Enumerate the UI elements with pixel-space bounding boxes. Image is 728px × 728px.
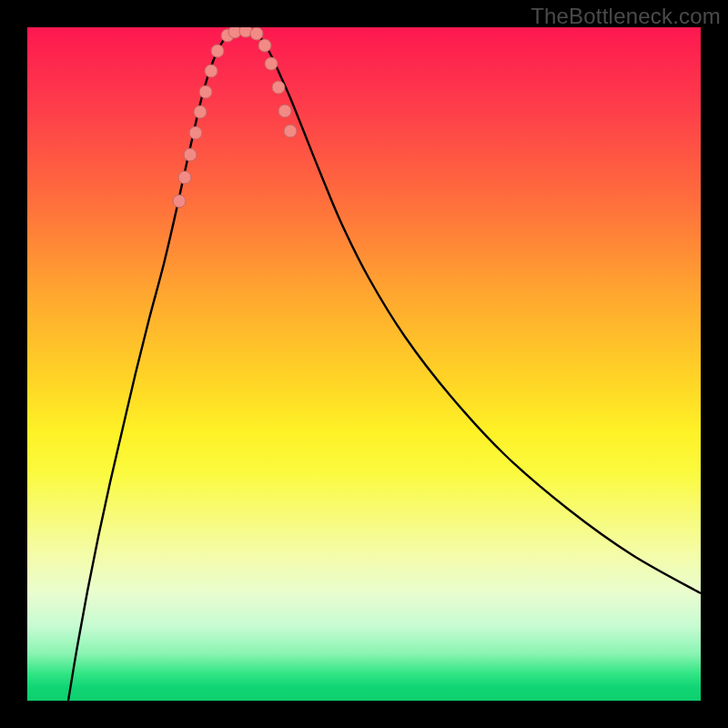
marker-dot <box>205 65 217 77</box>
marker-dot <box>189 126 202 139</box>
marker-dot <box>178 171 191 184</box>
curve-lines <box>68 29 701 701</box>
marker-dot <box>284 125 297 137</box>
plot-area <box>27 27 701 701</box>
marker-dot <box>199 86 212 98</box>
marker-dot <box>250 27 263 40</box>
marker-dot <box>258 39 271 52</box>
marker-dot <box>272 81 285 94</box>
marker-points <box>173 27 297 207</box>
marker-dot <box>278 105 291 117</box>
chart-svg <box>27 27 701 701</box>
marker-dot <box>265 57 278 70</box>
marker-dot <box>211 45 224 57</box>
marker-dot <box>173 195 186 207</box>
bottleneck-curve <box>68 29 701 701</box>
marker-dot <box>184 148 197 161</box>
chart-frame: TheBottleneck.com <box>0 0 728 728</box>
marker-dot <box>194 106 207 118</box>
watermark-text: TheBottleneck.com <box>531 4 721 29</box>
